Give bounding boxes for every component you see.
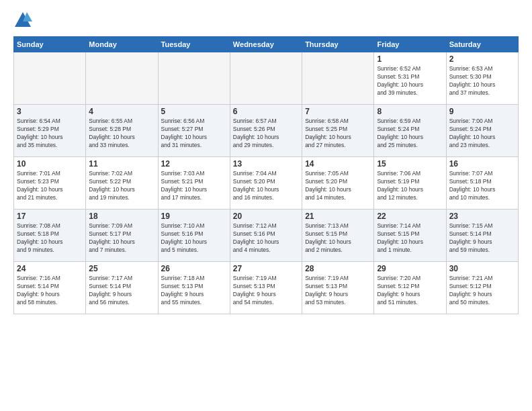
calendar-cell — [302, 52, 374, 105]
day-number: 2 — [449, 54, 515, 64]
calendar-cell: 9Sunrise: 7:00 AM Sunset: 5:24 PM Daylig… — [446, 105, 518, 157]
header-cell-sunday: Sunday — [14, 37, 86, 52]
day-number: 16 — [449, 159, 515, 169]
day-number: 30 — [449, 264, 515, 273]
calendar-cell: 23Sunrise: 7:15 AM Sunset: 5:14 PM Dayli… — [446, 210, 518, 262]
calendar-cell: 8Sunrise: 6:59 AM Sunset: 5:24 PM Daylig… — [374, 105, 446, 157]
header-cell-tuesday: Tuesday — [158, 37, 230, 52]
day-number: 25 — [89, 264, 154, 273]
cell-content: Sunrise: 6:58 AM Sunset: 5:25 PM Dayligh… — [305, 118, 371, 150]
cell-content: Sunrise: 7:02 AM Sunset: 5:22 PM Dayligh… — [89, 170, 154, 202]
day-number: 28 — [305, 264, 371, 273]
calendar-cell: 10Sunrise: 7:01 AM Sunset: 5:23 PM Dayli… — [14, 157, 86, 210]
day-number: 3 — [17, 107, 83, 116]
day-number: 7 — [305, 107, 371, 116]
cell-content: Sunrise: 7:17 AM Sunset: 5:14 PM Dayligh… — [89, 275, 154, 307]
cell-content: Sunrise: 7:10 AM Sunset: 5:16 PM Dayligh… — [161, 222, 227, 255]
logo — [13, 11, 35, 30]
day-number: 14 — [305, 159, 371, 169]
calendar-cell: 4Sunrise: 6:55 AM Sunset: 5:28 PM Daylig… — [86, 105, 158, 157]
day-number: 1 — [377, 54, 443, 64]
cell-content: Sunrise: 6:52 AM Sunset: 5:31 PM Dayligh… — [377, 65, 443, 97]
day-number: 18 — [89, 212, 154, 221]
calendar-row: 24Sunrise: 7:16 AM Sunset: 5:14 PM Dayli… — [14, 262, 519, 314]
day-number: 15 — [377, 159, 443, 169]
header-cell-thursday: Thursday — [302, 37, 374, 52]
header — [13, 11, 519, 30]
day-number: 4 — [89, 107, 154, 116]
calendar-cell: 5Sunrise: 6:56 AM Sunset: 5:27 PM Daylig… — [158, 105, 230, 157]
calendar-cell: 15Sunrise: 7:06 AM Sunset: 5:19 PM Dayli… — [374, 157, 446, 210]
day-number: 20 — [233, 212, 299, 221]
day-number: 5 — [161, 107, 227, 116]
calendar-cell: 16Sunrise: 7:07 AM Sunset: 5:18 PM Dayli… — [446, 157, 518, 210]
calendar-row: 17Sunrise: 7:08 AM Sunset: 5:18 PM Dayli… — [14, 210, 519, 262]
calendar-cell: 28Sunrise: 7:19 AM Sunset: 5:13 PM Dayli… — [302, 262, 374, 314]
day-number: 21 — [305, 212, 371, 221]
day-number: 19 — [161, 212, 227, 221]
day-number: 23 — [449, 212, 515, 221]
cell-content: Sunrise: 7:19 AM Sunset: 5:13 PM Dayligh… — [233, 275, 299, 307]
cell-content: Sunrise: 6:59 AM Sunset: 5:24 PM Dayligh… — [377, 118, 443, 150]
calendar-table: SundayMondayTuesdayWednesdayThursdayFrid… — [13, 36, 519, 314]
day-number: 29 — [377, 264, 443, 273]
calendar-cell: 17Sunrise: 7:08 AM Sunset: 5:18 PM Dayli… — [14, 210, 86, 262]
cell-content: Sunrise: 7:06 AM Sunset: 5:19 PM Dayligh… — [377, 170, 443, 202]
day-number: 11 — [89, 159, 154, 169]
day-number: 27 — [233, 264, 299, 273]
day-number: 26 — [161, 264, 227, 273]
calendar-row: 1Sunrise: 6:52 AM Sunset: 5:31 PM Daylig… — [14, 52, 519, 105]
day-number: 10 — [17, 159, 83, 169]
calendar-cell — [230, 52, 302, 105]
day-number: 24 — [17, 264, 83, 273]
cell-content: Sunrise: 6:54 AM Sunset: 5:29 PM Dayligh… — [17, 118, 83, 150]
calendar-cell: 29Sunrise: 7:20 AM Sunset: 5:12 PM Dayli… — [374, 262, 446, 314]
calendar-cell: 25Sunrise: 7:17 AM Sunset: 5:14 PM Dayli… — [86, 262, 158, 314]
cell-content: Sunrise: 7:09 AM Sunset: 5:17 PM Dayligh… — [89, 222, 154, 255]
cell-content: Sunrise: 7:04 AM Sunset: 5:20 PM Dayligh… — [233, 170, 299, 202]
cell-content: Sunrise: 7:12 AM Sunset: 5:16 PM Dayligh… — [233, 222, 299, 255]
calendar-cell: 18Sunrise: 7:09 AM Sunset: 5:17 PM Dayli… — [86, 210, 158, 262]
cell-content: Sunrise: 7:20 AM Sunset: 5:12 PM Dayligh… — [377, 275, 443, 307]
calendar-cell: 14Sunrise: 7:05 AM Sunset: 5:20 PM Dayli… — [302, 157, 374, 210]
cell-content: Sunrise: 7:14 AM Sunset: 5:15 PM Dayligh… — [377, 222, 443, 255]
calendar-cell: 11Sunrise: 7:02 AM Sunset: 5:22 PM Dayli… — [86, 157, 158, 210]
calendar-cell: 22Sunrise: 7:14 AM Sunset: 5:15 PM Dayli… — [374, 210, 446, 262]
calendar-cell: 12Sunrise: 7:03 AM Sunset: 5:21 PM Dayli… — [158, 157, 230, 210]
cell-content: Sunrise: 7:03 AM Sunset: 5:21 PM Dayligh… — [161, 170, 227, 202]
calendar-cell — [158, 52, 230, 105]
calendar-cell: 1Sunrise: 6:52 AM Sunset: 5:31 PM Daylig… — [374, 52, 446, 105]
cell-content: Sunrise: 6:57 AM Sunset: 5:26 PM Dayligh… — [233, 118, 299, 150]
cell-content: Sunrise: 7:15 AM Sunset: 5:14 PM Dayligh… — [449, 222, 515, 255]
cell-content: Sunrise: 6:53 AM Sunset: 5:30 PM Dayligh… — [449, 65, 515, 97]
calendar-cell: 24Sunrise: 7:16 AM Sunset: 5:14 PM Dayli… — [14, 262, 86, 314]
calendar-cell: 6Sunrise: 6:57 AM Sunset: 5:26 PM Daylig… — [230, 105, 302, 157]
cell-content: Sunrise: 6:56 AM Sunset: 5:27 PM Dayligh… — [161, 118, 227, 150]
calendar-cell: 21Sunrise: 7:13 AM Sunset: 5:15 PM Dayli… — [302, 210, 374, 262]
header-row: SundayMondayTuesdayWednesdayThursdayFrid… — [14, 37, 519, 52]
calendar-row: 3Sunrise: 6:54 AM Sunset: 5:29 PM Daylig… — [14, 105, 519, 157]
calendar-cell: 26Sunrise: 7:18 AM Sunset: 5:13 PM Dayli… — [158, 262, 230, 314]
cell-content: Sunrise: 7:19 AM Sunset: 5:13 PM Dayligh… — [305, 275, 371, 307]
cell-content: Sunrise: 7:00 AM Sunset: 5:24 PM Dayligh… — [449, 118, 515, 150]
header-cell-monday: Monday — [86, 37, 158, 52]
cell-content: Sunrise: 7:08 AM Sunset: 5:18 PM Dayligh… — [17, 222, 83, 255]
calendar-cell: 19Sunrise: 7:10 AM Sunset: 5:16 PM Dayli… — [158, 210, 230, 262]
cell-content: Sunrise: 7:18 AM Sunset: 5:13 PM Dayligh… — [161, 275, 227, 307]
header-cell-saturday: Saturday — [446, 37, 518, 52]
logo-icon — [13, 11, 32, 30]
day-number: 17 — [17, 212, 83, 221]
header-cell-wednesday: Wednesday — [230, 37, 302, 52]
calendar-cell: 3Sunrise: 6:54 AM Sunset: 5:29 PM Daylig… — [14, 105, 86, 157]
calendar-cell: 13Sunrise: 7:04 AM Sunset: 5:20 PM Dayli… — [230, 157, 302, 210]
day-number: 6 — [233, 107, 299, 116]
day-number: 13 — [233, 159, 299, 169]
calendar-cell: 27Sunrise: 7:19 AM Sunset: 5:13 PM Dayli… — [230, 262, 302, 314]
cell-content: Sunrise: 7:16 AM Sunset: 5:14 PM Dayligh… — [17, 275, 83, 307]
cell-content: Sunrise: 7:21 AM Sunset: 5:12 PM Dayligh… — [449, 275, 515, 307]
day-number: 22 — [377, 212, 443, 221]
calendar-cell: 20Sunrise: 7:12 AM Sunset: 5:16 PM Dayli… — [230, 210, 302, 262]
calendar-cell: 2Sunrise: 6:53 AM Sunset: 5:30 PM Daylig… — [446, 52, 518, 105]
calendar-cell: 30Sunrise: 7:21 AM Sunset: 5:12 PM Dayli… — [446, 262, 518, 314]
cell-content: Sunrise: 7:13 AM Sunset: 5:15 PM Dayligh… — [305, 222, 371, 255]
